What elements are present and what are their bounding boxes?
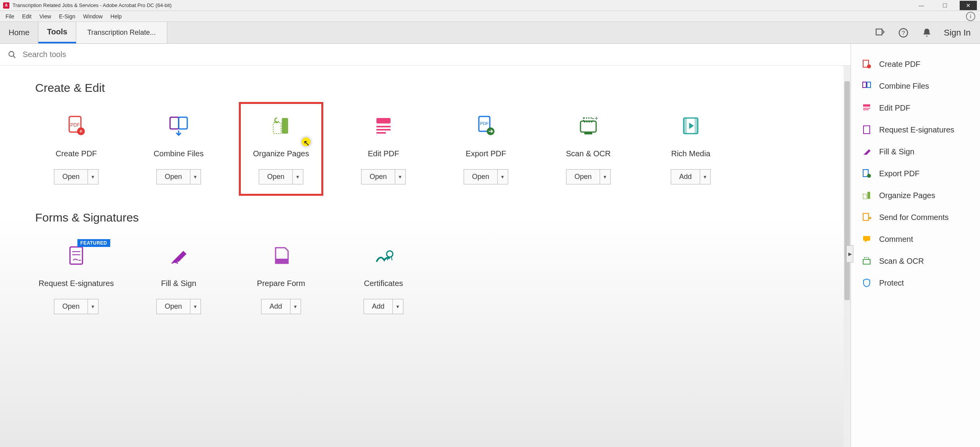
tab-tools[interactable]: Tools [38,22,76,43]
svg-rect-37 [867,82,871,88]
side-label: Comment [879,235,913,244]
side-edit-pdf[interactable]: Edit PDF [858,97,973,119]
side-create-pdf[interactable]: Create PDF [858,53,973,75]
svg-rect-40 [863,109,869,110]
open-dropdown[interactable]: ▼ [292,169,303,184]
svg-rect-41 [864,126,870,134]
open-button[interactable]: Open [464,169,497,184]
share-icon[interactable] [874,27,886,39]
side-comment[interactable]: Comment [858,228,973,250]
rich-media-icon [678,113,703,138]
add-button[interactable]: Add [364,299,392,314]
svg-rect-46 [863,213,869,220]
side-label: Scan & OCR [879,257,924,266]
svg-rect-47 [863,236,870,241]
protect-icon [861,277,872,288]
add-dropdown[interactable]: ▼ [290,299,301,314]
side-label: Protect [879,279,904,288]
featured-badge: FEATURED [77,239,110,247]
bell-icon[interactable] [921,27,933,39]
add-button[interactable]: Add [671,169,699,184]
sign-in-button[interactable]: Sign In [944,28,971,38]
svg-rect-22 [584,132,592,134]
combine-files-icon [166,113,191,138]
scan-ocr-icon: + [576,113,601,138]
side-send-comments[interactable]: Send for Comments [858,206,973,228]
open-dropdown[interactable]: ▼ [88,169,99,184]
menu-view[interactable]: View [36,12,55,21]
svg-point-43 [867,174,871,178]
tool-scan-ocr: + Scan & OCR Open ▼ [547,113,629,184]
svg-rect-48 [863,259,870,264]
svg-rect-36 [863,82,866,88]
scan-ocr-icon [861,256,872,266]
section-create-edit-title: Create & Edit [35,81,815,95]
card-label: Create PDF [56,149,97,158]
open-dropdown[interactable]: ▼ [190,299,201,314]
tools-scroll[interactable]: Create & Edit PDF+ Create PDF Open ▼ [0,66,851,447]
card-label: Export PDF [466,149,506,158]
svg-rect-11 [282,118,288,134]
tab-document[interactable]: Transcription Relate... [76,22,167,43]
open-dropdown[interactable]: ▼ [190,169,201,184]
svg-rect-26 [695,118,698,134]
side-export-pdf[interactable]: Export PDF [858,163,973,184]
add-button[interactable]: Add [261,299,290,314]
svg-rect-0 [876,29,882,35]
side-organize-pages[interactable]: Organize Pages [858,184,973,206]
tool-create-pdf: PDF+ Create PDF Open ▼ [35,113,117,184]
menu-edit[interactable]: Edit [18,12,36,21]
open-button[interactable]: Open [361,169,394,184]
open-dropdown[interactable]: ▼ [88,299,99,314]
open-dropdown[interactable]: ▼ [600,169,611,184]
search-input[interactable] [23,50,843,59]
open-button[interactable]: Open [54,169,87,184]
scrollbar-thumb[interactable] [844,81,850,300]
open-dropdown[interactable]: ▼ [395,169,406,184]
search-bar [0,44,851,66]
info-icon[interactable]: i [966,12,975,21]
edit-pdf-icon [861,102,872,113]
window-title: Transcription Related Jobs & Services - … [13,2,913,8]
menu-file[interactable]: File [2,12,18,21]
titlebar: A Transcription Related Jobs & Services … [0,0,980,11]
menu-help[interactable]: Help [107,12,126,21]
side-label: Export PDF [879,169,919,178]
fill-sign-icon [861,146,872,157]
svg-text:+: + [79,128,82,134]
open-button[interactable]: Open [566,169,599,184]
svg-rect-10 [179,117,187,129]
menu-window[interactable]: Window [79,12,107,21]
help-icon[interactable]: ? [897,27,910,39]
add-dropdown[interactable]: ▼ [700,169,711,184]
app-icon: A [3,2,9,9]
open-button[interactable]: Open [259,169,292,184]
open-button[interactable]: Open [54,299,87,314]
close-button[interactable]: ✕ [960,1,977,10]
minimize-button[interactable]: — [913,1,930,10]
svg-rect-16 [376,132,386,134]
open-button[interactable]: Open [156,169,190,184]
collapse-pane-button[interactable]: ▶ [846,245,853,263]
side-combine-files[interactable]: Combine Files [858,75,973,97]
svg-rect-44 [867,192,870,199]
open-dropdown[interactable]: ▼ [497,169,508,184]
tool-export-pdf: PDF Export PDF Open ▼ [445,113,527,184]
open-button[interactable]: Open [156,299,190,314]
side-request-esignatures[interactable]: Request E-signatures [858,119,973,141]
card-label: Prepare Form [257,279,305,288]
card-label: Combine Files [154,149,204,158]
tool-organize-pages: Organize Pages Open ▼ ↖ [240,103,322,195]
tool-fill-sign: Fill & Sign Open ▼ [138,243,220,314]
svg-marker-27 [689,123,694,129]
tab-home[interactable]: Home [0,22,38,43]
combine-files-icon [861,80,872,91]
add-dropdown[interactable]: ▼ [392,299,403,314]
side-scan-ocr[interactable]: Scan & OCR [858,250,973,272]
card-label: Certificates [364,279,403,288]
side-fill-sign[interactable]: Fill & Sign [858,141,973,163]
create-pdf-icon [861,59,872,70]
menu-esign[interactable]: E-Sign [55,12,79,21]
side-protect[interactable]: Protect [858,272,973,294]
maximize-button[interactable]: ☐ [936,1,953,10]
